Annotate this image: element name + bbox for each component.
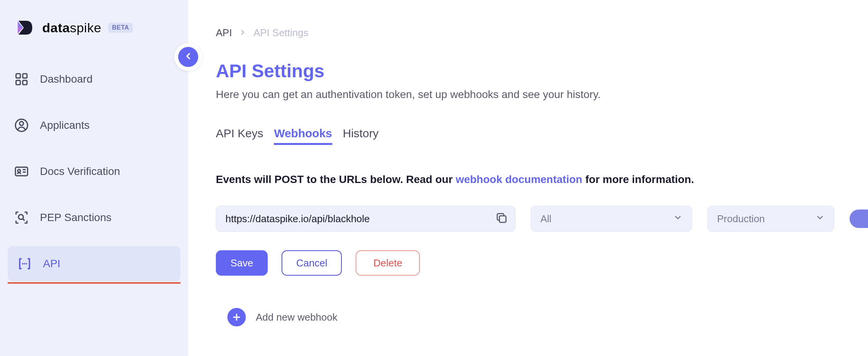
main-content: API API Settings API Settings Here you c… [188,0,868,356]
tab-webhooks[interactable]: Webhooks [274,127,332,145]
add-webhook-button[interactable]: Add new webhook [216,308,868,326]
sidebar-item-api[interactable]: API [8,246,181,281]
events-select-value: All [540,213,552,225]
dashboard-icon [14,72,29,87]
svg-rect-0 [16,74,20,78]
environment-select-value: Production [717,213,765,225]
svg-point-5 [20,121,23,125]
tabs: API Keys Webhooks History [216,127,868,145]
svg-rect-15 [499,216,506,222]
page-subtitle: Here you can get an authentivation token… [216,88,868,101]
save-button[interactable]: Save [216,250,268,276]
beta-badge: BETA [108,23,133,33]
chevron-down-icon [815,213,825,225]
chevron-left-icon [183,51,193,63]
sidebar-item-label: API [43,258,60,270]
add-webhook-label: Add new webhook [256,311,337,323]
tab-history[interactable]: History [343,127,379,145]
svg-rect-1 [23,74,27,78]
sidebar-item-label: Dashboard [40,73,93,85]
sidebar-nav: Dashboard Applicants Docs Verification P… [0,62,188,281]
breadcrumb-root[interactable]: API [216,27,232,39]
id-card-icon [14,164,29,179]
cancel-button[interactable]: Cancel [282,250,342,276]
copy-url-button[interactable] [492,210,511,228]
tab-api-keys[interactable]: API Keys [216,127,263,145]
breadcrumb-current: API Settings [253,27,308,39]
sidebar: dataspike BETA Dashboard Applicants D [0,0,188,356]
delete-button[interactable]: Delete [356,250,420,276]
webhook-row: All Production [216,206,868,232]
plus-icon [227,308,246,326]
page-title: API Settings [216,60,868,82]
sidebar-item-docs-verification[interactable]: Docs Verification [5,154,184,189]
webhook-docs-link[interactable]: webhook documentation [456,173,582,185]
svg-point-10 [18,215,23,220]
svg-point-14 [26,263,27,265]
svg-point-12 [22,263,23,265]
action-buttons: Save Cancel Delete [216,250,868,276]
webhook-info-text: Events will POST to the URLs below. Read… [216,173,868,186]
user-icon [14,118,29,133]
sidebar-item-pep-sanctions[interactable]: PEP Sanctions [5,200,184,235]
webhook-toggle[interactable] [850,210,868,228]
api-icon [17,256,32,271]
scan-search-icon [14,210,29,225]
environment-select[interactable]: Production [707,206,834,232]
svg-rect-3 [23,80,27,85]
logo-text: dataspike [42,20,101,35]
svg-point-7 [18,170,20,172]
chevron-right-icon [239,27,247,39]
svg-line-11 [23,219,25,221]
breadcrumb: API API Settings [216,27,868,39]
svg-rect-2 [16,80,20,85]
copy-icon [495,211,508,226]
sidebar-item-label: Docs Verification [40,165,120,178]
sidebar-item-dashboard[interactable]: Dashboard [5,62,184,97]
logo: dataspike BETA [0,17,188,62]
events-select[interactable]: All [531,206,692,232]
webhook-url-input[interactable] [216,206,515,232]
sidebar-item-label: Applicants [40,119,89,131]
sidebar-item-label: PEP Sanctions [40,211,111,224]
sidebar-item-applicants[interactable]: Applicants [5,108,184,143]
logo-mark-icon [14,17,35,38]
webhook-url-container [216,206,515,232]
svg-point-13 [24,263,25,265]
chevron-down-icon [673,213,682,225]
collapse-sidebar-button[interactable] [174,43,202,71]
